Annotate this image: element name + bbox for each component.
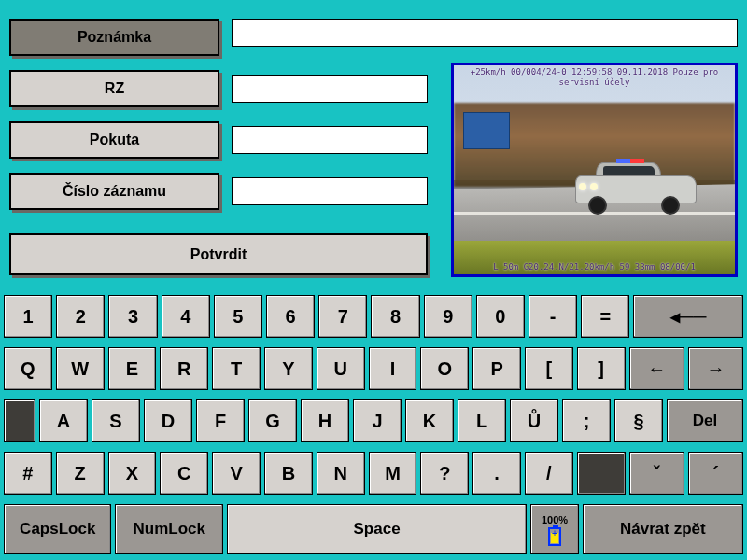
key-t[interactable]: T: [212, 347, 261, 390]
key-4[interactable]: 4: [162, 295, 210, 338]
key-left[interactable]: ←: [629, 347, 684, 390]
key-slash[interactable]: /: [525, 452, 573, 495]
key-acute[interactable]: ´: [688, 452, 743, 495]
key-semicolon[interactable]: ;: [562, 399, 611, 442]
photo-overlay-bottom: L 50m G20.24.N/21.20km/h 59 33mm 08/00/1: [454, 262, 735, 273]
key-section[interactable]: §: [614, 399, 663, 442]
key-numlock[interactable]: NumLock: [115, 504, 222, 554]
key-u[interactable]: U: [317, 347, 365, 390]
key-b[interactable]: B: [264, 452, 313, 495]
key-f[interactable]: F: [196, 399, 245, 442]
fine-input[interactable]: [232, 126, 428, 154]
photo-overlay-top: +25km/h 00/004/24-0 12:59:58 09.11.2018 …: [454, 67, 735, 88]
battery-indicator: 100% +: [530, 504, 579, 554]
plate-button[interactable]: RZ: [9, 70, 219, 107]
key-blank-left[interactable]: [4, 399, 35, 442]
key-9[interactable]: 9: [424, 295, 472, 338]
note-button[interactable]: Poznámka: [9, 19, 219, 56]
key-y[interactable]: Y: [264, 347, 313, 390]
key-caron[interactable]: ˇ: [629, 452, 684, 495]
key-hash[interactable]: #: [4, 452, 52, 495]
key-k[interactable]: K: [405, 399, 454, 442]
key-del[interactable]: Del: [667, 399, 743, 442]
key-n[interactable]: N: [317, 452, 365, 495]
key-1[interactable]: 1: [4, 295, 52, 338]
key-return-back[interactable]: Návrat zpět: [583, 504, 743, 554]
key-h[interactable]: H: [301, 399, 349, 442]
key-x[interactable]: X: [108, 452, 157, 495]
key-o[interactable]: O: [420, 347, 469, 390]
key-r[interactable]: R: [160, 347, 208, 390]
key-p[interactable]: P: [472, 347, 521, 390]
key-space[interactable]: Space: [227, 504, 527, 554]
key-0[interactable]: 0: [476, 295, 525, 338]
confirm-button[interactable]: Potvrdit: [9, 233, 428, 275]
key-g[interactable]: G: [248, 399, 297, 442]
key-a[interactable]: A: [39, 399, 88, 442]
key-z[interactable]: Z: [56, 452, 105, 495]
record-number-input[interactable]: [232, 177, 428, 205]
key-w[interactable]: W: [56, 347, 105, 390]
key-u-ring[interactable]: Ů: [510, 399, 558, 442]
key-right[interactable]: →: [688, 347, 743, 390]
key-2[interactable]: 2: [56, 295, 105, 338]
battery-icon: +: [548, 527, 561, 546]
key-backspace[interactable]: ◂──: [633, 295, 742, 338]
note-input[interactable]: [232, 19, 738, 47]
key-period[interactable]: .: [472, 452, 521, 495]
key-5[interactable]: 5: [214, 295, 262, 338]
fine-button[interactable]: Pokuta: [9, 121, 219, 159]
key-q[interactable]: Q: [4, 347, 52, 390]
key-3[interactable]: 3: [108, 295, 157, 338]
key-e[interactable]: E: [108, 347, 157, 390]
key-7[interactable]: 7: [318, 295, 367, 338]
key-s[interactable]: S: [92, 399, 140, 442]
key-j[interactable]: J: [353, 399, 402, 442]
key-question[interactable]: ?: [420, 452, 469, 495]
key-lbracket[interactable]: [: [525, 347, 573, 390]
key-6[interactable]: 6: [266, 295, 315, 338]
key-v[interactable]: V: [212, 452, 261, 495]
key-d[interactable]: D: [144, 399, 192, 442]
key-i[interactable]: I: [369, 347, 417, 390]
key-8[interactable]: 8: [371, 295, 419, 338]
key-l[interactable]: L: [458, 399, 506, 442]
key-c[interactable]: C: [160, 452, 208, 495]
key-capslock[interactable]: CapsLock: [4, 504, 111, 554]
plate-input[interactable]: [232, 75, 428, 103]
record-number-button[interactable]: Číslo záznamu: [9, 173, 219, 210]
key-minus[interactable]: -: [529, 295, 577, 338]
key-m[interactable]: M: [369, 452, 417, 495]
key-rbracket[interactable]: ]: [577, 347, 626, 390]
on-screen-keyboard: 1 2 3 4 5 6 7 8 9 0 - = ◂── Q W E R T Y …: [0, 289, 747, 560]
key-equals[interactable]: =: [581, 295, 629, 338]
capture-photo: +25km/h 00/004/24-0 12:59:58 09.11.2018 …: [451, 63, 738, 277]
key-blank-right[interactable]: [577, 452, 626, 495]
